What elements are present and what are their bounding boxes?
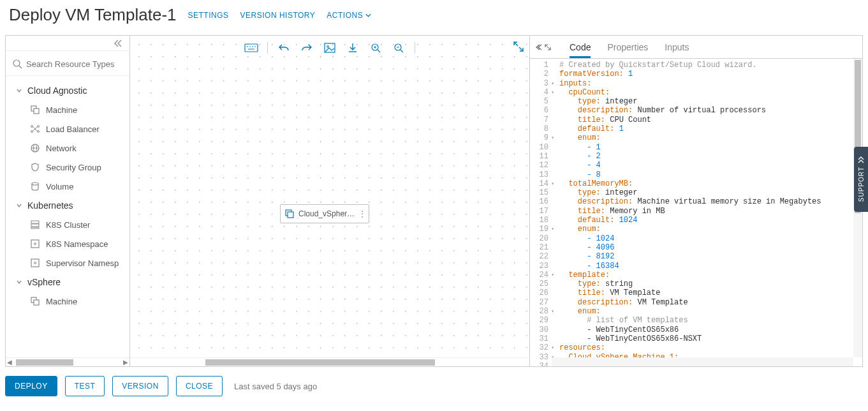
resource-sidebar: Cloud AgnosticMachineLoad BalancerNetwor…: [6, 36, 130, 366]
chevron-down-icon: [365, 13, 371, 17]
collapse-up-icon: [857, 156, 865, 164]
svg-line-40: [514, 42, 518, 46]
canvas-hscroll[interactable]: [130, 357, 529, 366]
image-icon[interactable]: [323, 41, 337, 55]
search-icon: [12, 59, 22, 69]
svg-rect-17: [31, 240, 39, 248]
scroll-left-icon[interactable]: ◀: [6, 359, 13, 366]
editor-hscroll[interactable]: [552, 357, 853, 366]
tree-item[interactable]: Supervisor Namesp: [10, 253, 129, 273]
tab-inputs[interactable]: Inputs: [665, 36, 689, 58]
tree-item[interactable]: K8S Namespace: [10, 234, 129, 253]
svg-line-34: [378, 50, 380, 52]
chevron-down-icon: [16, 279, 22, 285]
undo-icon[interactable]: [277, 41, 291, 55]
test-button[interactable]: TEST: [65, 376, 105, 396]
tree-item[interactable]: Machine: [10, 100, 129, 119]
item-label: Machine: [46, 105, 77, 115]
design-canvas[interactable]: Cloud_vSpher… ⋮: [130, 36, 529, 357]
chevron-down-icon: [16, 87, 22, 94]
canvas-toolbar: [244, 41, 415, 55]
resource-icon: [30, 258, 40, 268]
close-button[interactable]: CLOSE: [176, 376, 223, 396]
resource-icon: [30, 143, 40, 153]
svg-rect-3: [34, 108, 39, 114]
node-label: Cloud_vSpher…: [298, 209, 355, 218]
version-history-link[interactable]: VERSION HISTORY: [240, 11, 316, 20]
svg-line-41: [519, 47, 523, 51]
tab-properties[interactable]: Properties: [607, 36, 648, 58]
expand-code-button[interactable]: [535, 43, 552, 51]
tree-item[interactable]: Volume: [10, 177, 129, 196]
tree-group[interactable]: Kubernetes: [10, 196, 129, 215]
resource-icon: [30, 105, 40, 115]
canvas-node[interactable]: Cloud_vSpher… ⋮: [280, 204, 369, 223]
sidebar-hscroll[interactable]: ◀ ▶: [6, 357, 129, 366]
tree-group[interactable]: Cloud Agnostic: [10, 81, 129, 100]
search-input[interactable]: [26, 59, 123, 69]
resource-icon: [30, 162, 40, 172]
actions-label: ACTIONS: [327, 11, 363, 20]
resource-icon: [30, 124, 40, 134]
vm-stack-icon: [284, 209, 295, 219]
support-label: SUPPORT: [858, 167, 865, 202]
support-tab[interactable]: SUPPORT: [854, 147, 868, 212]
group-label: vSphere: [27, 277, 61, 287]
chevron-down-icon: [16, 202, 22, 209]
item-label: Supervisor Namesp: [46, 258, 119, 268]
tree-group[interactable]: vSphere: [10, 273, 129, 292]
resource-icon: [30, 181, 40, 191]
tree-item[interactable]: Network: [10, 138, 129, 158]
resource-icon: [30, 239, 40, 249]
svg-point-20: [34, 262, 36, 264]
scrollbar-thumb[interactable]: [16, 359, 73, 366]
svg-rect-16: [31, 227, 39, 228]
workspace: Cloud AgnosticMachineLoad BalancerNetwor…: [5, 35, 863, 367]
settings-link[interactable]: SETTINGS: [188, 11, 229, 20]
resource-tree[interactable]: Cloud AgnosticMachineLoad BalancerNetwor…: [6, 76, 129, 357]
svg-point-0: [13, 60, 20, 66]
save-status: Last saved 5 days ago: [234, 382, 317, 391]
code-panel: Code Properties Inputs 12345678910111213…: [529, 36, 862, 366]
keyboard-icon[interactable]: [244, 41, 258, 55]
code-tabs: Code Properties Inputs: [530, 36, 862, 59]
sidebar-collapse-button[interactable]: [6, 36, 129, 51]
tree-item[interactable]: K8S Cluster: [10, 215, 129, 234]
scrollbar-thumb[interactable]: [205, 359, 435, 366]
node-menu-icon[interactable]: ⋮: [358, 209, 365, 218]
deploy-button[interactable]: DEPLOY: [5, 376, 57, 396]
editor-body[interactable]: # Created by Quickstart/Setup Cloud wiza…: [552, 59, 862, 366]
svg-rect-23: [245, 44, 258, 52]
group-label: Kubernetes: [27, 200, 73, 211]
svg-point-13: [32, 183, 38, 185]
svg-rect-15: [31, 224, 39, 227]
svg-line-38: [401, 50, 403, 52]
tree-item[interactable]: Security Group: [10, 158, 129, 177]
design-canvas-wrap: Cloud_vSpher… ⋮: [130, 36, 529, 366]
scroll-right-icon[interactable]: ▶: [122, 359, 129, 366]
svg-rect-19: [31, 259, 39, 267]
footer: DEPLOY TEST VERSION CLOSE Last saved 5 d…: [0, 367, 868, 405]
page-header: Deploy VM Template-1 SETTINGS VERSION HI…: [0, 0, 868, 35]
item-label: Volume: [46, 182, 73, 191]
tree-item[interactable]: Machine: [10, 292, 129, 311]
tab-code[interactable]: Code: [570, 36, 591, 58]
item-label: Security Group: [46, 163, 101, 172]
canvas-grid: [130, 36, 529, 357]
zoom-in-icon[interactable]: [369, 41, 383, 55]
svg-rect-22: [34, 300, 39, 305]
actions-menu[interactable]: ACTIONS: [327, 11, 371, 20]
svg-rect-14: [31, 221, 39, 223]
redo-icon[interactable]: [300, 41, 314, 55]
resource-icon: [30, 296, 40, 306]
expand-canvas-button[interactable]: [513, 41, 524, 52]
download-icon[interactable]: [346, 41, 360, 55]
zoom-out-icon[interactable]: [392, 41, 406, 55]
version-button[interactable]: VERSION: [112, 376, 168, 396]
sidebar-search[interactable]: [6, 51, 129, 76]
item-label: K8S Namespace: [46, 239, 108, 249]
collapse-left-icon: [113, 38, 123, 49]
tree-item[interactable]: Load Balancer: [10, 119, 129, 138]
group-label: Cloud Agnostic: [27, 86, 87, 96]
yaml-editor[interactable]: 1234567891011121314151617181920212223242…: [530, 59, 862, 366]
